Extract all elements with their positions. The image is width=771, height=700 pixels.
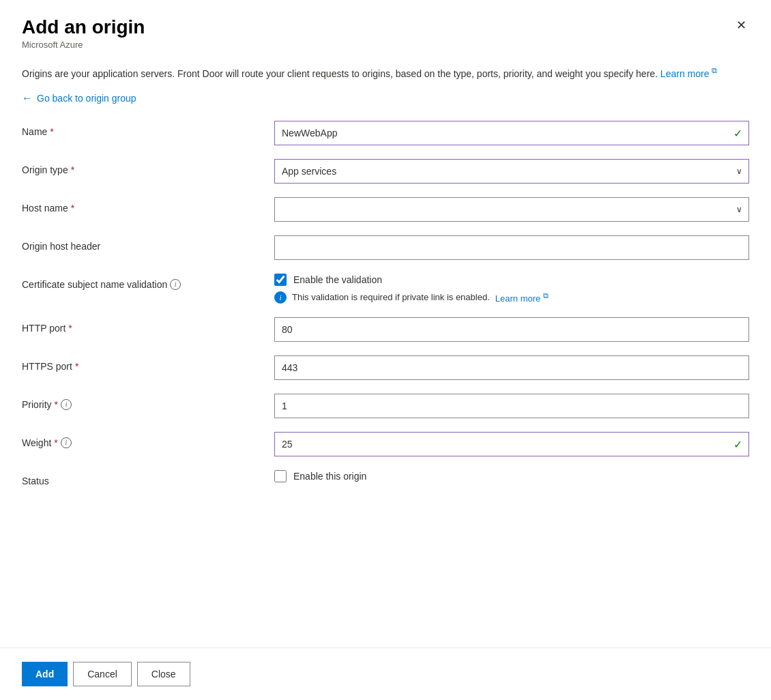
- status-checkbox-row: Enable this origin: [274, 470, 749, 482]
- origin-type-label: Origin type *: [22, 159, 274, 175]
- host-name-control: ∨: [274, 197, 749, 222]
- https-port-input[interactable]: [274, 355, 749, 380]
- host-name-select-wrapper: ∨: [274, 197, 749, 222]
- http-port-label: HTTP port *: [22, 317, 274, 334]
- weight-row: Weight * i ✓: [22, 432, 749, 456]
- dialog-description: Origins are your application servers. Fr…: [22, 65, 749, 81]
- host-name-required-star: *: [71, 203, 74, 214]
- dialog-header: Add an origin Microsoft Azure ✕: [22, 16, 749, 50]
- priority-info-icon[interactable]: i: [61, 399, 72, 410]
- origin-host-header-row: Origin host header: [22, 235, 749, 260]
- form-content: Name * ✓ Origin type * App services: [22, 121, 749, 631]
- dialog-footer: Add Cancel Close: [22, 648, 749, 700]
- status-control: Enable this origin: [274, 470, 749, 488]
- cert-validation-checkbox[interactable]: [274, 274, 287, 286]
- status-checkbox-label: Enable this origin: [293, 471, 366, 482]
- origin-type-required-star: *: [71, 164, 74, 175]
- priority-required-star: *: [55, 399, 58, 410]
- cert-validation-checkbox-label: Enable the validation: [293, 274, 382, 285]
- weight-input[interactable]: [274, 432, 749, 456]
- cert-info-circle-icon: i: [274, 291, 287, 304]
- dialog-subtitle: Microsoft Azure: [22, 40, 145, 50]
- name-control: ✓: [274, 121, 749, 145]
- https-port-row: HTTPS port *: [22, 355, 749, 380]
- priority-control: [274, 394, 749, 418]
- http-port-required-star: *: [68, 323, 72, 334]
- cancel-button[interactable]: Cancel: [73, 662, 132, 686]
- close-icon-button[interactable]: ✕: [733, 16, 749, 34]
- origin-type-row: Origin type * App services ∨: [22, 159, 749, 184]
- http-port-input[interactable]: [274, 317, 749, 342]
- header-text: Add an origin Microsoft Azure: [22, 16, 145, 50]
- https-port-required-star: *: [75, 361, 78, 372]
- priority-label: Priority * i: [22, 394, 274, 410]
- origin-host-header-input[interactable]: [274, 235, 749, 260]
- cert-external-link-icon: ⧉: [543, 291, 549, 300]
- cert-validation-label: Certificate subject name validation i: [22, 274, 274, 290]
- weight-label: Weight * i: [22, 432, 274, 448]
- http-port-control: [274, 317, 749, 342]
- add-button[interactable]: Add: [22, 662, 68, 686]
- http-port-row: HTTP port *: [22, 317, 749, 342]
- cert-info-message: i This validation is required if private…: [274, 291, 749, 304]
- name-input-wrapper: ✓: [274, 121, 749, 145]
- weight-info-icon[interactable]: i: [61, 437, 72, 448]
- origin-host-header-label: Origin host header: [22, 235, 274, 252]
- https-port-control: [274, 355, 749, 380]
- origin-type-select-wrapper: App services ∨: [274, 159, 749, 184]
- priority-input[interactable]: [274, 394, 749, 418]
- close-button[interactable]: Close: [137, 662, 190, 686]
- name-required-star: *: [50, 126, 53, 137]
- learn-more-link[interactable]: Learn more ⧉: [660, 68, 717, 79]
- https-port-label: HTTPS port *: [22, 355, 274, 372]
- cert-validation-control: Enable the validation i This validation …: [274, 274, 749, 304]
- priority-row: Priority * i: [22, 394, 749, 418]
- name-check-icon: ✓: [733, 126, 742, 139]
- status-label: Status: [22, 470, 274, 486]
- status-row: Status Enable this origin: [22, 470, 749, 488]
- origin-host-header-control: [274, 235, 749, 260]
- cert-learn-more-link[interactable]: Learn more ⧉: [495, 291, 549, 304]
- external-link-icon: ⧉: [712, 66, 717, 74]
- back-to-origin-group-link[interactable]: ← Go back to origin group: [22, 92, 749, 104]
- host-name-row: Host name * ∨: [22, 197, 749, 222]
- weight-input-wrapper: ✓: [274, 432, 749, 456]
- origin-type-select[interactable]: App services: [274, 159, 749, 184]
- cert-validation-info-icon[interactable]: i: [170, 279, 181, 290]
- weight-check-icon: ✓: [733, 437, 742, 450]
- weight-control: ✓: [274, 432, 749, 456]
- back-arrow-icon: ←: [22, 92, 33, 104]
- cert-validation-checkbox-row: Enable the validation: [274, 274, 749, 286]
- origin-type-control: App services ∨: [274, 159, 749, 184]
- add-origin-dialog: Add an origin Microsoft Azure ✕ Origins …: [0, 0, 771, 700]
- host-name-label: Host name *: [22, 197, 274, 214]
- weight-required-star: *: [54, 437, 57, 448]
- status-checkbox[interactable]: [274, 470, 287, 482]
- dialog-title: Add an origin: [22, 16, 145, 38]
- cert-validation-row: Certificate subject name validation i En…: [22, 274, 749, 304]
- host-name-select[interactable]: [274, 197, 749, 222]
- name-label: Name *: [22, 121, 274, 137]
- name-row: Name * ✓: [22, 121, 749, 145]
- name-input[interactable]: [274, 121, 749, 145]
